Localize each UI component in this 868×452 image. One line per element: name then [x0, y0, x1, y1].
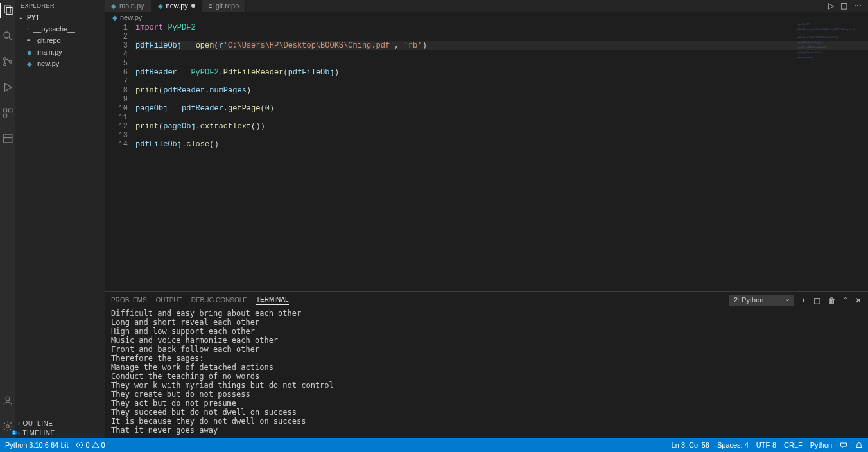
breadcrumb[interactable]: ◆ new.py	[105, 12, 868, 23]
layout-icon[interactable]	[0, 131, 15, 146]
python-file-icon	[27, 48, 35, 56]
svg-point-13	[6, 397, 10, 401]
svg-point-5	[4, 64, 6, 66]
activity-bar: 1	[0, 0, 15, 438]
file-name: new.py	[37, 60, 59, 67]
svg-marker-7	[5, 83, 12, 91]
settings-gear-icon[interactable]: 1	[0, 419, 15, 434]
editor-content[interactable]: 1234567891011121314 import PyPDF2 pdfFil…	[105, 23, 868, 291]
svg-point-4	[4, 58, 6, 60]
timeline-section[interactable]: › TIMELINE	[15, 428, 105, 438]
panel-tab-terminal[interactable]: TERMINAL	[256, 296, 289, 305]
bottom-panel: PROBLEMSOUTPUTDEBUG CONSOLETERMINAL 2: P…	[105, 291, 868, 438]
new-terminal-icon[interactable]: +	[801, 296, 806, 305]
svg-line-3	[9, 37, 12, 40]
terminal-selector-label: 2: Python	[734, 296, 763, 304]
python-file-icon: ◆	[112, 14, 117, 21]
tab-label: new.py	[166, 2, 188, 10]
code-lines[interactable]: import PyPDF2 pdfFileObj = open(r'C:\Use…	[135, 23, 868, 291]
panel-tab-problems[interactable]: PROBLEMS	[111, 297, 147, 305]
workspace-name: PYT	[27, 14, 39, 21]
eol[interactable]: CRLF	[784, 441, 803, 449]
chevron-right-icon: ›	[18, 421, 21, 427]
editor-tab[interactable]: ◆main.py	[105, 0, 152, 12]
encoding[interactable]: UTF-8	[756, 441, 776, 449]
warning-count: 0	[101, 441, 105, 449]
chevron-right-icon: ›	[24, 26, 31, 32]
close-panel-icon[interactable]: ✕	[855, 296, 862, 305]
problems-indicator[interactable]: 0 0	[76, 441, 105, 449]
python-interpreter[interactable]: Python 3.10.6 64-bit	[5, 441, 68, 449]
folder-pycache[interactable]: › __pycache__	[15, 23, 105, 35]
notifications-icon[interactable]	[855, 441, 863, 449]
panel-tab-output[interactable]: OUTPUT	[156, 297, 182, 305]
file-gitrepo[interactable]: git.repo	[15, 35, 105, 46]
error-count: 0	[85, 441, 89, 449]
account-icon[interactable]	[0, 393, 15, 408]
tab-label: git.repo	[216, 2, 239, 10]
folder-name: __pycache__	[33, 25, 75, 33]
status-bar: Python 3.10.6 64-bit 0 0 Ln 3, Col 56 Sp…	[0, 438, 868, 452]
svg-point-14	[6, 425, 10, 428]
outline-section[interactable]: › OUTLINE	[15, 419, 105, 428]
file-main-py[interactable]: main.py	[15, 46, 105, 58]
maximize-panel-icon[interactable]: ˄	[844, 296, 847, 305]
python-file-icon: ◆	[158, 3, 163, 10]
editor-tab[interactable]: ≡git.repo	[202, 0, 247, 12]
cursor-position[interactable]: Ln 3, Col 56	[672, 441, 709, 449]
breadcrumb-file: new.py	[120, 13, 142, 21]
svg-rect-8	[3, 109, 6, 112]
file-icon	[27, 37, 35, 44]
file-name: main.py	[37, 48, 62, 56]
language-mode[interactable]: Python	[810, 441, 832, 449]
terminal-output[interactable]: Difficult and easy bring about each othe…	[105, 309, 868, 438]
kill-terminal-icon[interactable]: 🗑	[828, 296, 836, 305]
explorer-sidebar: EXPLORER ⌄ PYT › __pycache__ git.repo ma…	[15, 0, 105, 438]
feedback-icon[interactable]	[840, 441, 847, 449]
svg-rect-9	[9, 109, 12, 112]
panel-tab-debug-console[interactable]: DEBUG CONSOLE	[191, 297, 247, 305]
chevron-down-icon: ⌄	[18, 14, 24, 21]
tab-label: main.py	[119, 2, 144, 10]
split-editor-icon[interactable]: ◫	[840, 1, 847, 10]
indentation[interactable]: Spaces: 4	[717, 441, 749, 449]
file-name: git.repo	[37, 37, 61, 44]
explorer-title: EXPLORER	[15, 0, 105, 12]
extensions-icon[interactable]	[0, 105, 15, 121]
explorer-icon[interactable]	[0, 3, 15, 18]
timeline-label: TIMELINE	[23, 430, 55, 437]
svg-point-2	[4, 32, 10, 38]
editor-tab[interactable]: ◆new.py	[152, 0, 202, 12]
editor-tabs: ◆main.py◆new.py≡git.repo ▷ ◫ ⋯	[105, 0, 868, 12]
file-new-py[interactable]: new.py	[15, 58, 105, 69]
modified-indicator	[191, 4, 195, 8]
chevron-right-icon: ›	[18, 430, 21, 437]
file-icon: ≡	[209, 3, 213, 10]
editor-area: ◆main.py◆new.py≡git.repo ▷ ◫ ⋯ ◆ new.py …	[105, 0, 868, 438]
workspace-root[interactable]: ⌄ PYT	[15, 12, 105, 23]
split-terminal-icon[interactable]: ◫	[813, 296, 820, 305]
search-icon[interactable]	[0, 28, 15, 44]
panel-tabs: PROBLEMSOUTPUTDEBUG CONSOLETERMINAL 2: P…	[105, 292, 868, 309]
python-file-icon	[27, 60, 35, 67]
svg-rect-10	[3, 114, 6, 117]
run-icon[interactable]: ▷	[828, 1, 834, 10]
line-number-gutter: 1234567891011121314	[105, 23, 135, 291]
source-control-icon[interactable]	[0, 54, 15, 69]
outline-label: OUTLINE	[23, 420, 53, 427]
terminal-selector[interactable]: 2: Python	[729, 295, 794, 306]
run-debug-icon[interactable]	[0, 80, 15, 95]
more-actions-icon[interactable]: ⋯	[854, 1, 862, 10]
svg-rect-11	[3, 135, 12, 143]
python-file-icon: ◆	[111, 3, 116, 10]
